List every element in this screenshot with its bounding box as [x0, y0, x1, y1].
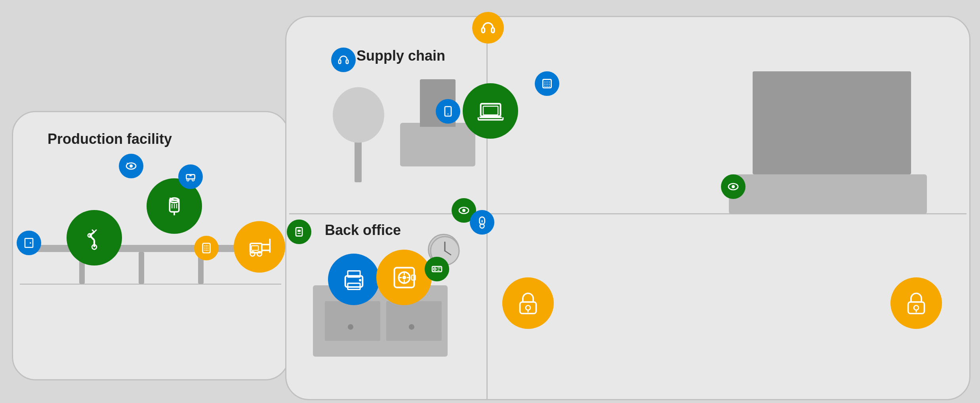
conveyor-belt	[32, 245, 254, 252]
dvr-icon	[425, 257, 449, 281]
supply-chain-label: Supply chain	[357, 48, 445, 64]
svg-point-28	[204, 248, 206, 249]
thermostat-icon	[470, 210, 494, 235]
mobile-phone-icon	[436, 99, 460, 124]
svg-point-50	[359, 279, 361, 281]
production-facility-label: Production facility	[48, 131, 172, 147]
svg-point-94	[526, 306, 530, 310]
svg-point-84	[549, 84, 550, 85]
supply-chain-desk	[400, 123, 475, 166]
svg-point-92	[732, 185, 735, 188]
large-monitor	[753, 71, 911, 174]
svg-point-27	[208, 245, 209, 246]
svg-point-86	[547, 86, 548, 87]
svg-point-82	[544, 84, 545, 85]
svg-rect-69	[492, 28, 494, 32]
svg-point-65	[462, 209, 465, 212]
svg-point-32	[206, 250, 207, 251]
access-control-icon	[287, 220, 311, 244]
svg-point-85	[544, 86, 545, 87]
v-divider	[486, 16, 488, 400]
headset-icon	[331, 48, 356, 72]
svg-point-87	[549, 86, 550, 87]
conveyor-machine-icon	[178, 164, 203, 189]
door-panel-icon	[17, 231, 41, 255]
laptop-icon	[463, 83, 518, 139]
svg-point-61	[434, 269, 435, 270]
svg-point-83	[547, 84, 548, 85]
scene: Production facility	[0, 0, 980, 403]
forklift-icon	[234, 221, 285, 273]
svg-line-8	[94, 230, 97, 232]
svg-rect-40	[252, 246, 259, 250]
svg-point-26	[206, 245, 207, 246]
far-right-desk	[729, 174, 927, 214]
svg-point-79	[544, 82, 545, 83]
svg-point-29	[206, 248, 207, 249]
security-camera-right-icon	[721, 174, 745, 199]
robot-arm-icon	[67, 210, 122, 265]
svg-point-33	[208, 250, 209, 251]
keypad-production-icon	[194, 236, 219, 260]
svg-point-25	[204, 245, 206, 246]
svg-rect-70	[445, 107, 451, 116]
support-column	[139, 252, 144, 284]
cabinet-knob	[348, 324, 353, 330]
cabinet-door-left	[325, 301, 380, 341]
svg-rect-0	[25, 239, 33, 248]
svg-point-1	[30, 242, 31, 244]
svg-rect-77	[483, 106, 498, 115]
svg-point-71	[448, 113, 449, 115]
svg-rect-67	[346, 60, 348, 63]
svg-line-7	[92, 230, 94, 232]
svg-point-30	[208, 248, 209, 249]
svg-point-81	[549, 82, 550, 83]
safe-icon	[376, 250, 432, 305]
printer-icon	[328, 254, 379, 305]
phone-system-icon	[535, 71, 559, 96]
svg-point-31	[204, 250, 206, 251]
svg-rect-45	[297, 230, 301, 232]
svg-rect-68	[482, 28, 484, 32]
security-camera-icon	[119, 154, 143, 178]
svg-point-97	[914, 306, 919, 310]
lock-icon	[502, 277, 554, 329]
back-office-label: Back office	[325, 222, 401, 239]
tree-top	[333, 87, 384, 143]
svg-point-53	[402, 275, 406, 279]
floor-line	[20, 284, 281, 285]
svg-rect-66	[339, 60, 341, 63]
cabinet-knob	[409, 324, 414, 330]
svg-point-17	[130, 164, 133, 168]
headset-yellow-icon	[472, 12, 504, 44]
svg-rect-72	[480, 103, 500, 116]
svg-line-3	[90, 235, 94, 240]
svg-point-80	[547, 82, 548, 83]
cabinet-door-right	[386, 301, 442, 341]
lock-far-right-icon	[890, 277, 942, 329]
